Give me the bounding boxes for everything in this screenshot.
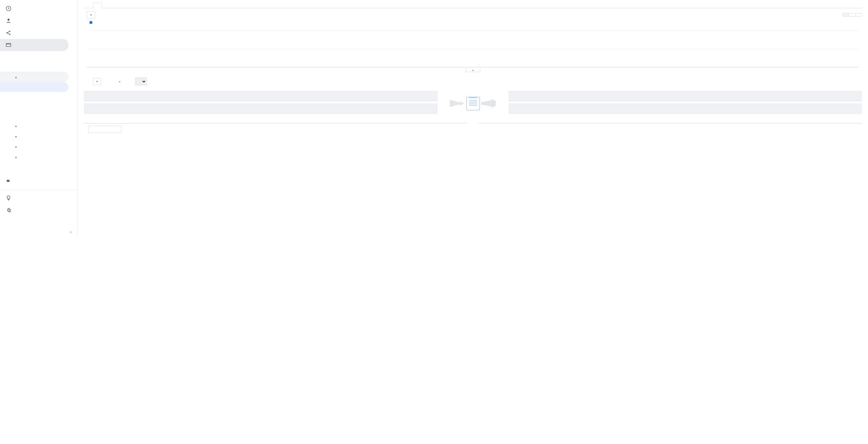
metric-dropdown[interactable]: [87, 11, 95, 19]
sub2-allpages[interactable]: [0, 82, 68, 92]
exits-bar: [508, 91, 862, 102]
col-next-path[interactable]: [479, 120, 801, 124]
timespan-toggle: [842, 13, 862, 17]
prevpages-bar: [84, 103, 438, 114]
svg-point-1: [8, 19, 10, 21]
col-pageviews[interactable]: [406, 120, 433, 124]
col-pct-pageviews[interactable]: [433, 120, 467, 124]
prev-table: [84, 120, 467, 124]
nextpages-bar: [508, 103, 862, 114]
show-rows-select[interactable]: [135, 77, 147, 86]
legend-dot: [89, 21, 92, 24]
nav-acquisition[interactable]: [0, 27, 78, 39]
flag-icon: [5, 178, 12, 186]
timespan-day[interactable]: [843, 13, 849, 17]
tables-wrap: [84, 120, 862, 135]
main-content: ▾ ▾: [78, 0, 868, 238]
chart-legend: [84, 19, 862, 25]
timespan-month[interactable]: [856, 13, 862, 17]
arrow-left: [450, 97, 465, 110]
sub-experiments[interactable]: [0, 162, 78, 173]
svg-rect-6: [6, 43, 11, 44]
chart-container: ▾: [84, 25, 862, 72]
sidebar: ‹: [0, 0, 78, 238]
col-pageviews[interactable]: [801, 120, 829, 124]
sub2-landing[interactable]: [0, 102, 78, 111]
summary-section: [84, 91, 862, 116]
tab-bar: [84, 0, 862, 8]
sub-sitespeed[interactable]: [0, 121, 78, 131]
divider: [0, 190, 78, 190]
next-table: [479, 120, 862, 124]
tab-navigation-summary[interactable]: [93, 2, 102, 8]
nav-audience[interactable]: [0, 14, 78, 27]
group-dropdown[interactable]: [93, 78, 101, 85]
bulb-icon: [5, 194, 12, 202]
timespan-week[interactable]: [849, 13, 856, 17]
col-prev-path[interactable]: [84, 120, 406, 124]
clock-icon: [5, 5, 12, 12]
sub-overview[interactable]: [0, 51, 78, 61]
search-row: [84, 124, 467, 135]
sub-behaviorflow[interactable]: [0, 61, 78, 72]
nav-conversions[interactable]: [0, 176, 78, 188]
nav-admin[interactable]: [0, 204, 78, 216]
nav-realtime[interactable]: [0, 2, 78, 14]
chart-expand-handle[interactable]: ▾: [87, 69, 859, 72]
search-input[interactable]: [88, 126, 122, 133]
sub-sitecontent[interactable]: [0, 72, 68, 82]
gear-icon: [5, 207, 12, 214]
arrow-right: [481, 97, 496, 110]
col-pct-pageviews[interactable]: [829, 120, 862, 124]
nav-behavior[interactable]: [0, 39, 68, 51]
behavior-icon: [5, 41, 12, 49]
sidebar-collapse[interactable]: ‹: [70, 230, 71, 234]
sub-sitesearch[interactable]: [0, 131, 78, 142]
tab-explorer[interactable]: [84, 2, 93, 8]
person-icon: [5, 17, 12, 24]
sub-publisher[interactable]: [0, 152, 78, 162]
grouping-row: ▾: [84, 72, 862, 91]
controls-row: [84, 8, 862, 19]
share-icon: [5, 29, 12, 36]
nav-discover[interactable]: [0, 192, 78, 204]
sub2-drilldown[interactable]: [0, 92, 78, 102]
document-icon: [466, 97, 480, 110]
area-chart[interactable]: [87, 25, 859, 70]
entrances-bar: [84, 91, 438, 102]
sub-events[interactable]: [0, 142, 78, 152]
sub2-exit[interactable]: [0, 111, 78, 121]
